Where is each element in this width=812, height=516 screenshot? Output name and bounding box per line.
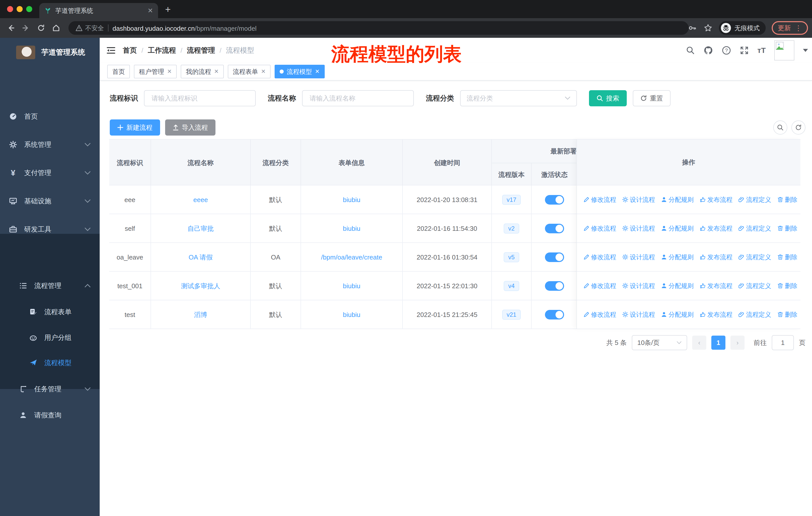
user-avatar[interactable] [774, 40, 794, 60]
breadcrumb-workflow[interactable]: 工作流程 [148, 46, 176, 55]
action-delete-link[interactable]: 删除 [777, 224, 798, 233]
action-delete-link[interactable]: 删除 [777, 282, 798, 290]
mac-zoom-button[interactable] [26, 6, 32, 12]
process-name-link[interactable]: 滔博 [194, 310, 207, 319]
new-tab-button[interactable]: + [165, 4, 171, 15]
create-process-button[interactable]: 新建流程 [110, 119, 160, 136]
action-delete-link[interactable]: 删除 [777, 253, 798, 261]
security-warning[interactable]: 不安全 [76, 24, 104, 32]
action-assign-rule-link[interactable]: 分配规则 [661, 282, 694, 290]
tag-my-process[interactable]: 我的流程✕ [181, 65, 224, 78]
process-name-input[interactable] [309, 94, 407, 103]
active-toggle[interactable] [545, 224, 564, 233]
sidebar-item-infrastructure[interactable]: 基础设施 [0, 188, 100, 214]
form-link[interactable]: biubiu [343, 311, 360, 319]
tag-home[interactable]: 首页 [107, 65, 130, 78]
active-toggle[interactable] [545, 252, 564, 262]
form-link[interactable]: biubiu [343, 225, 360, 233]
goto-page-input[interactable] [772, 335, 794, 350]
sidebar-item-user-group[interactable]: 用户分组 [0, 325, 100, 350]
search-icon[interactable] [686, 46, 695, 55]
github-icon[interactable] [703, 46, 713, 55]
tag-close-icon[interactable]: ✕ [261, 68, 265, 75]
action-publish-link[interactable]: 发布流程 [700, 310, 732, 319]
form-link[interactable]: biubiu [343, 282, 360, 290]
action-assign-rule-link[interactable]: 分配规则 [661, 253, 694, 261]
action-assign-rule-link[interactable]: 分配规则 [661, 224, 694, 233]
browser-menu-icon[interactable]: ⋮ [795, 24, 802, 32]
hamburger-icon[interactable] [107, 47, 115, 54]
action-edit-link[interactable]: 修改流程 [583, 310, 616, 319]
bookmark-star-icon[interactable] [703, 23, 713, 33]
form-link[interactable]: biubiu [343, 196, 360, 204]
process-name-link[interactable]: 自己审批 [187, 224, 214, 233]
font-size-icon[interactable]: ᴛT [757, 46, 766, 55]
chrome-update-chip[interactable]: 更新 ⋮ [772, 21, 808, 35]
action-design-link[interactable]: 设计流程 [622, 253, 655, 261]
tag-process-form[interactable]: 流程表单✕ [228, 65, 270, 78]
tag-close-icon[interactable]: ✕ [315, 68, 319, 75]
sidebar-item-process-model[interactable]: 流程模型 [0, 350, 100, 375]
reset-button[interactable]: 重置 [633, 90, 671, 106]
search-button[interactable]: 搜索 [589, 90, 627, 106]
import-process-button[interactable]: 导入流程 [165, 119, 215, 136]
action-edit-link[interactable]: 修改流程 [583, 282, 616, 290]
sidebar-item-leave-query[interactable]: 请假查询 [0, 403, 100, 428]
action-definition-link[interactable]: 流程定义 [738, 224, 771, 233]
process-name-link[interactable]: eeee [193, 196, 208, 204]
action-definition-link[interactable]: 流程定义 [738, 282, 771, 290]
url-text[interactable]: dashboard.yudao.iocoder.cn/bpm/manager/m… [113, 23, 257, 33]
sidebar-item-process-mgmt[interactable]: 流程管理 [0, 273, 100, 298]
address-bar[interactable]: 不安全 dashboard.yudao.iocoder.cn/bpm/manag… [68, 21, 689, 35]
action-publish-link[interactable]: 发布流程 [700, 253, 732, 261]
next-page-button[interactable]: › [730, 335, 745, 350]
reload-icon[interactable] [37, 24, 45, 32]
tag-close-icon[interactable]: ✕ [214, 68, 219, 75]
action-definition-link[interactable]: 流程定义 [738, 253, 771, 261]
tag-process-model[interactable]: 流程模型✕ [274, 65, 324, 78]
tag-tenant[interactable]: 租户管理✕ [134, 65, 177, 78]
action-definition-link[interactable]: 流程定义 [738, 195, 771, 204]
help-icon[interactable]: ? [722, 46, 731, 55]
action-edit-link[interactable]: 修改流程 [583, 253, 616, 261]
action-publish-link[interactable]: 发布流程 [700, 282, 732, 290]
mac-minimize-button[interactable] [17, 6, 23, 12]
action-publish-link[interactable]: 发布流程 [700, 195, 732, 204]
action-delete-link[interactable]: 删除 [777, 310, 798, 319]
sidebar-item-task-mgmt[interactable]: 任务管理 [0, 376, 100, 402]
mac-close-button[interactable] [7, 6, 13, 12]
avatar-caret-icon[interactable] [803, 49, 808, 52]
action-delete-link[interactable]: 删除 [777, 195, 798, 204]
current-page-button[interactable]: 1 [711, 335, 725, 350]
breadcrumb-home[interactable]: 首页 [123, 46, 137, 55]
sidebar-item-payment[interactable]: ¥ 支付管理 [0, 160, 100, 185]
refresh-table-icon[interactable] [791, 120, 806, 135]
action-assign-rule-link[interactable]: 分配规则 [661, 310, 694, 319]
forward-icon[interactable] [22, 24, 30, 32]
sidebar-item-home[interactable]: 首页 [0, 104, 100, 129]
action-design-link[interactable]: 设计流程 [622, 310, 655, 319]
action-definition-link[interactable]: 流程定义 [738, 310, 771, 319]
action-edit-link[interactable]: 修改流程 [583, 195, 616, 204]
sidebar-item-process-form[interactable]: 流程表单 [0, 299, 100, 325]
sidebar-item-system[interactable]: 系统管理 [0, 132, 100, 157]
home-icon[interactable] [52, 24, 60, 32]
action-assign-rule-link[interactable]: 分配规则 [661, 195, 694, 204]
tab-close-icon[interactable]: ✕ [147, 7, 153, 15]
prev-page-button[interactable]: ‹ [692, 335, 706, 350]
tag-close-icon[interactable]: ✕ [167, 68, 172, 75]
show-search-icon[interactable] [773, 120, 787, 135]
active-toggle[interactable] [545, 195, 564, 205]
process-name-link[interactable]: 测试多审批人 [181, 282, 220, 291]
action-edit-link[interactable]: 修改流程 [583, 224, 616, 233]
key-icon[interactable] [688, 23, 697, 33]
back-icon[interactable] [6, 24, 15, 32]
form-link[interactable]: /bpm/oa/leave/create [321, 253, 382, 261]
process-name-link[interactable]: OA 请假 [188, 253, 212, 262]
category-select[interactable]: 流程分类 [460, 90, 577, 106]
fullscreen-icon[interactable] [740, 46, 749, 55]
action-publish-link[interactable]: 发布流程 [700, 224, 732, 233]
active-toggle[interactable] [545, 310, 564, 320]
active-toggle[interactable] [545, 281, 564, 291]
page-size-select[interactable]: 10条/页 [632, 335, 687, 350]
